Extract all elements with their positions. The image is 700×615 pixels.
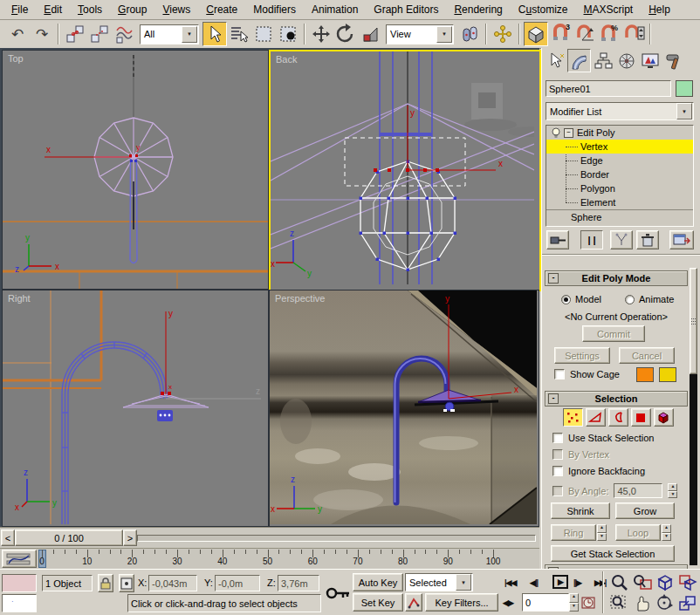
spin-up-icon[interactable]: ▲ — [597, 524, 607, 533]
polygon-subobject-button[interactable] — [631, 408, 651, 427]
scrollbar-thumb[interactable] — [690, 268, 697, 374]
set-keys-big-key-button[interactable] — [325, 573, 351, 612]
spin-down-icon[interactable]: ▼ — [569, 603, 579, 612]
z-coordinate-field[interactable]: 3,76m — [278, 575, 319, 591]
keying-selection-dropdown[interactable]: Selected ▼ — [405, 573, 473, 591]
cage-color-swatch[interactable] — [636, 367, 654, 382]
rollout-edit-poly-mode-header[interactable]: - Edit Poly Mode — [545, 270, 688, 286]
vertex-subobject-button[interactable] — [563, 408, 583, 427]
select-and-manipulate-icon[interactable] — [491, 22, 515, 46]
modifier-list-dropdown[interactable]: Modifier List ▼ — [546, 102, 694, 120]
collapse-stack-icon[interactable]: − — [564, 128, 573, 138]
keyboard-shortcut-override-toggle[interactable] — [524, 22, 548, 46]
menu-help[interactable]: Help — [641, 1, 678, 18]
checkbox[interactable] — [552, 433, 563, 443]
menu-rendering[interactable]: Rendering — [446, 1, 510, 18]
menu-group[interactable]: Group — [110, 1, 154, 18]
object-name-field[interactable]: Sphere01 — [546, 80, 671, 97]
arc-rotate-button[interactable] — [655, 594, 676, 612]
chevron-down-icon[interactable]: ▼ — [676, 103, 692, 120]
maxscript-mini-listener-white[interactable]: · — [2, 594, 37, 612]
collapse-icon[interactable]: - — [548, 393, 559, 404]
get-stack-selection-button[interactable]: Get Stack Selection — [551, 545, 675, 562]
goto-end-button[interactable]: ▶▶| — [594, 578, 606, 587]
snaps-toggle-icon[interactable]: 3 — [548, 22, 573, 46]
commit-button[interactable]: Commit — [582, 325, 645, 342]
chevron-down-icon[interactable]: ▼ — [456, 574, 471, 591]
spin-down-icon[interactable]: ▼ — [597, 533, 607, 542]
chevron-down-icon[interactable]: ▼ — [436, 26, 452, 43]
select-and-rotate-icon[interactable] — [333, 22, 358, 46]
zoom-all-button[interactable] — [632, 573, 653, 591]
current-frame-field[interactable]: 0 — [522, 593, 569, 612]
previous-frame-arrow[interactable]: < — [1, 530, 15, 546]
by-angle-field[interactable]: 45,0 — [614, 483, 662, 498]
tab-utilities[interactable] — [662, 49, 685, 72]
viewport-back-active[interactable]: y x z x y Back — [269, 50, 541, 291]
y-coordinate-field[interactable]: -0,0m — [215, 575, 260, 591]
stack-sublevel-polygon[interactable]: Polygon — [546, 181, 693, 195]
bind-to-space-warp-icon[interactable] — [112, 22, 136, 46]
absolute-mode-transform-toggle[interactable] — [119, 574, 134, 592]
edge-subobject-button[interactable] — [586, 408, 606, 427]
tab-display[interactable] — [638, 49, 662, 72]
radio-dot[interactable] — [625, 295, 635, 304]
menu-maxscript[interactable]: MAXScript — [576, 1, 642, 18]
viewport-top[interactable]: x y y x z Top — [2, 50, 269, 290]
by-angle-checkbox[interactable]: By Angle: 45,0 ▲▼ — [552, 483, 677, 498]
stack-item-edit-poly[interactable]: −Edit Poly — [546, 126, 693, 140]
pin-stack-button[interactable] — [546, 230, 569, 249]
make-unique-button[interactable] — [610, 230, 633, 249]
set-key-button[interactable]: Set Key — [353, 593, 403, 612]
pan-button[interactable] — [632, 594, 653, 612]
menu-animation[interactable]: Animation — [304, 1, 366, 18]
next-frame-arrow[interactable]: > — [123, 530, 137, 546]
select-and-link-icon[interactable] — [63, 22, 87, 46]
selection-lock-toggle[interactable] — [98, 574, 113, 592]
x-coordinate-field[interactable]: -0,043m — [148, 575, 197, 591]
border-subobject-button[interactable] — [608, 408, 628, 427]
unlink-selection-icon[interactable] — [87, 22, 112, 46]
menu-edit[interactable]: Edit — [36, 1, 70, 18]
next-frame-button[interactable]: ||▶ — [573, 578, 581, 587]
settings-button[interactable]: Settings — [554, 347, 610, 364]
spinner-snap-toggle-icon[interactable] — [621, 22, 646, 46]
previous-frame-button[interactable]: ◀|| — [530, 578, 538, 587]
redo-icon[interactable]: ↷ — [30, 22, 54, 46]
checkbox[interactable] — [552, 486, 563, 496]
select-and-scale-icon[interactable] — [358, 22, 382, 46]
panel-scrollbar[interactable] — [690, 268, 697, 565]
select-object-button[interactable] — [202, 22, 227, 46]
zoom-extents-button[interactable] — [655, 573, 676, 591]
menu-create[interactable]: Create — [198, 1, 245, 18]
zoom-region-button[interactable] — [609, 594, 630, 612]
frame-spinner[interactable]: ▲▼ — [569, 593, 579, 612]
ring-button[interactable]: Ring — [551, 524, 596, 541]
stack-sublevel-vertex[interactable]: Vertex — [546, 140, 693, 154]
menu-graph-editors[interactable]: Graph Editors — [366, 1, 446, 18]
menu-file[interactable]: File — [3, 1, 36, 18]
shrink-button[interactable]: Shrink — [551, 502, 610, 519]
element-subobject-button[interactable] — [654, 408, 674, 427]
tab-hierarchy[interactable] — [591, 49, 614, 72]
configure-modifier-sets-button[interactable] — [669, 230, 694, 249]
spin-down-icon[interactable]: ▼ — [668, 491, 677, 499]
window-crossing-toggle-icon[interactable] — [276, 22, 300, 46]
cage-selected-color-swatch[interactable] — [659, 367, 676, 382]
tab-modify[interactable] — [567, 49, 591, 72]
radio-animate[interactable]: Animate — [625, 294, 674, 304]
angle-snap-toggle-icon[interactable] — [573, 22, 597, 46]
by-vertex-checkbox[interactable]: By Vertex — [552, 449, 609, 460]
default-tangents-button[interactable] — [405, 593, 422, 612]
grow-button[interactable]: Grow — [615, 502, 675, 519]
selection-filter-dropdown[interactable]: All ▼ — [140, 24, 199, 44]
menu-customize[interactable]: Customize — [511, 1, 576, 18]
time-slider-handle[interactable]: 0 / 100 — [15, 530, 123, 546]
stack-sublevel-element[interactable]: Element — [546, 195, 693, 209]
tab-motion[interactable] — [614, 49, 638, 72]
stack-item-base-object[interactable]: Sphere — [546, 209, 693, 224]
object-color-swatch[interactable] — [676, 80, 693, 97]
time-slider-track[interactable] — [137, 535, 536, 542]
ring-spinner[interactable]: ▲▼ — [597, 524, 607, 541]
radio-dot[interactable] — [561, 295, 571, 304]
